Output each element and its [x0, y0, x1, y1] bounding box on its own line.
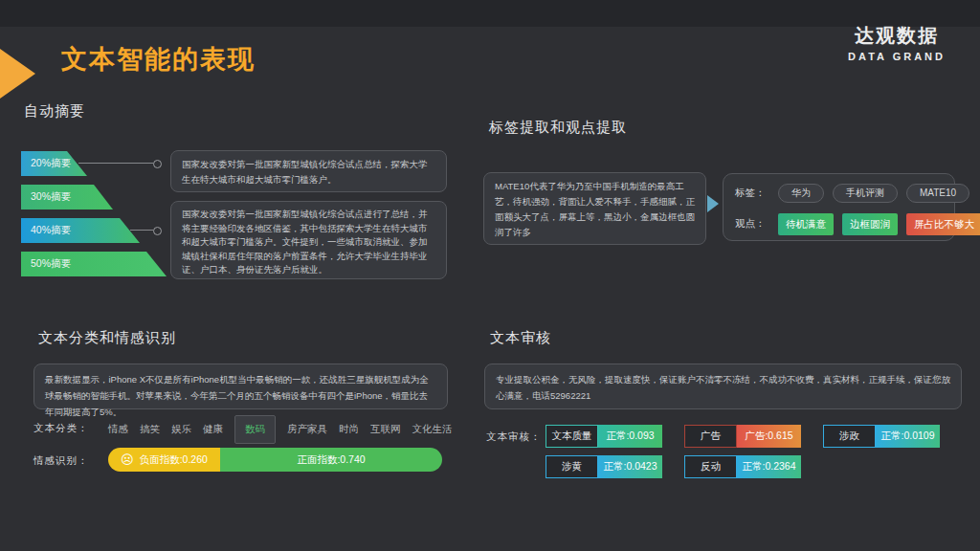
category-tabs: 情感 搞笑 娱乐 健康 数码 房产家具 时尚 互联网 文化生活	[108, 415, 453, 443]
badge-name: 文本质量	[546, 425, 598, 448]
badge-result: 正常:0.093	[598, 425, 662, 448]
brand-name-cn: 达观数据	[848, 23, 946, 49]
badge-result: 广告:0.615	[737, 425, 801, 448]
connector-dot-icon	[153, 227, 162, 235]
top-strip	[0, 0, 980, 27]
section-heading-review: 文本审核	[490, 329, 551, 347]
classify-source-textbox: 最新数据显示，iPhone X不仅是所有iPhone机型当中最畅销的一款，还战胜…	[33, 364, 448, 409]
badge-name: 涉政	[823, 425, 876, 448]
tab-category-selected[interactable]: 数码	[234, 415, 276, 444]
funnel-bar-20: 20%摘要	[21, 151, 87, 176]
tab-category[interactable]: 健康	[203, 423, 223, 436]
tag-pill: 手机评测	[833, 184, 898, 203]
tag-pill: 华为	[778, 184, 824, 203]
classify-label: 文本分类：	[33, 422, 89, 435]
review-badge-reactionary: 反动 正常:0.2364	[684, 455, 801, 478]
opinions-label: 观点：	[735, 217, 769, 231]
tag-source-textbox: MATE10代表了华为乃至中国手机制造的最高工艺，待机强劲，背面让人爱不释手，手…	[483, 172, 706, 245]
review-badge-ad: 广告 广告:0.615	[684, 425, 801, 448]
negative-index-value: 负面指数:0.260	[140, 453, 208, 467]
sad-face-icon: ☹	[121, 453, 134, 466]
review-label: 文本审核：	[486, 430, 542, 444]
connector-line	[130, 230, 153, 231]
flow-arrow-icon	[707, 195, 719, 212]
review-badge-politics: 涉政 正常:0.0109	[823, 425, 940, 448]
funnel-bar-30: 30%摘要	[21, 185, 113, 209]
tab-category[interactable]: 搞笑	[140, 423, 160, 436]
funnel-bar-label: 30%摘要	[31, 190, 71, 204]
summary-20-textbox: 国家发改委对第一批国家新型城镇化综合试点总结，探索大学生在特大城市和超大城市零门…	[170, 150, 447, 192]
connector-dot-icon	[153, 160, 162, 168]
review-badges: 文本质量 正常:0.093 广告 广告:0.615 涉政 正常:0.0109 涉…	[546, 425, 940, 486]
funnel-bar-40: 40%摘要	[21, 218, 140, 243]
section-heading-auto-summary: 自动摘要	[24, 102, 85, 121]
funnel-bar-label: 40%摘要	[31, 224, 71, 237]
badge-name: 反动	[684, 455, 737, 478]
positive-index-value: 正面指数:0.740	[297, 453, 365, 467]
summary-40-textbox: 国家发改委对第一批国家新型城镇化综合试点进行了总结，并将主要经验印发各地区借鉴，…	[170, 201, 447, 279]
tab-category[interactable]: 互联网	[370, 423, 401, 436]
opinion-chip-negative: 屏占比不够大	[906, 213, 980, 235]
section-heading-classify-sentiment: 文本分类和情感识别	[38, 329, 176, 347]
sentiment-label: 情感识别：	[33, 454, 89, 468]
tags-label: 标签：	[735, 187, 769, 200]
tab-category[interactable]: 时尚	[339, 423, 359, 436]
tab-category[interactable]: 娱乐	[171, 423, 191, 436]
tag-pill: MATE10	[906, 184, 969, 203]
title-arrow-icon	[0, 49, 35, 99]
review-badge-row: 文本质量 正常:0.093 广告 广告:0.615 涉政 正常:0.0109	[546, 425, 940, 448]
opinion-chip-positive: 待机满意	[778, 213, 834, 235]
badge-result: 正常:0.0423	[598, 455, 662, 478]
tags-row: 标签： 华为 手机评测 MATE10	[735, 184, 969, 203]
sentiment-negative-segment: ☹ 负面指数:0.260	[108, 448, 220, 472]
section-heading-tag-opinion: 标签提取和观点提取	[489, 119, 627, 137]
brand-name-en: DATA GRAND	[848, 51, 946, 62]
brand-logo: 达观数据 DATA GRAND	[848, 23, 946, 62]
badge-name: 涉黄	[546, 455, 598, 478]
review-badge-row: 涉黄 正常:0.0423 反动 正常:0.2364	[546, 455, 940, 478]
tab-category[interactable]: 文化生活	[412, 423, 453, 436]
tag-opinion-result-panel: 标签： 华为 手机评测 MATE10 观点： 待机满意 边框圆润 屏占比不够大	[723, 173, 955, 241]
badge-result: 正常:0.0109	[876, 425, 940, 448]
review-source-textbox: 专业提取公积金，无风险，提取速度快，保证账户不清零不冻结，不成功不收费，真实材料…	[484, 364, 962, 409]
badge-result: 正常:0.2364	[737, 455, 801, 478]
tab-category[interactable]: 房产家具	[287, 423, 327, 436]
review-badge-porn: 涉黄 正常:0.0423	[546, 455, 662, 478]
opinions-row: 观点： 待机满意 边框圆润 屏占比不够大	[735, 213, 980, 235]
funnel-bar-50: 50%摘要	[21, 252, 167, 276]
review-badge-quality: 文本质量 正常:0.093	[546, 425, 662, 448]
funnel-bar-label: 20%摘要	[31, 157, 71, 170]
tab-category[interactable]: 情感	[108, 423, 128, 436]
funnel-bar-label: 50%摘要	[31, 257, 71, 271]
badge-name: 广告	[684, 425, 737, 448]
sentiment-bar: ☹ 负面指数:0.260 正面指数:0.740	[108, 448, 442, 472]
summary-funnel-chart: 20%摘要 30%摘要 40%摘要 50%摘要	[21, 151, 167, 276]
sentiment-positive-segment: 正面指数:0.740	[220, 448, 442, 472]
connector-line	[78, 163, 153, 164]
page-title: 文本智能的表现	[61, 42, 256, 77]
slide: 文本智能的表现 达观数据 DATA GRAND 自动摘要 20%摘要 30%摘要…	[0, 0, 980, 551]
opinion-chip-positive: 边框圆润	[842, 213, 898, 235]
